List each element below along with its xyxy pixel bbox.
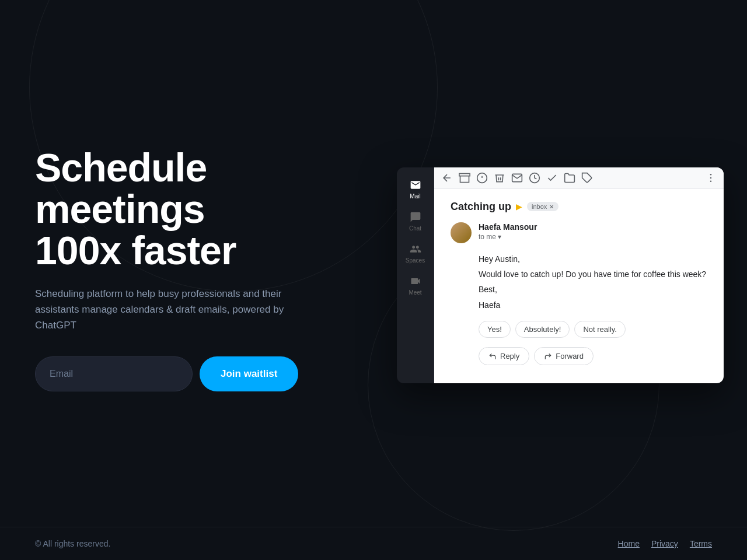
toolbar-mail-icon[interactable] bbox=[511, 172, 523, 184]
email-content: Catching up ▶ inbox ✕ Haefa Mansour bbox=[434, 189, 724, 383]
page-wrapper: Schedule meetings 100x faster Scheduling… bbox=[0, 0, 747, 560]
sidebar-item-mail[interactable]: Mail bbox=[397, 174, 434, 204]
sender-info: Haefa Mansour to me ▾ bbox=[479, 222, 707, 241]
svg-point-7 bbox=[710, 177, 712, 178]
sidebar-meet-label: Meet bbox=[409, 289, 421, 296]
app-sidebar: Mail Chat Spaces bbox=[397, 167, 434, 383]
app-toolbar bbox=[434, 167, 724, 189]
toolbar-delete-icon[interactable] bbox=[494, 172, 505, 184]
hero-subtitle: Scheduling platform to help busy profess… bbox=[35, 286, 303, 334]
join-waitlist-button[interactable]: Join waitlist bbox=[200, 356, 298, 391]
toolbar-back-icon[interactable] bbox=[441, 172, 453, 184]
email-sign-best: Best, bbox=[479, 283, 707, 296]
toolbar-spam-icon[interactable] bbox=[476, 172, 488, 184]
quick-reply-not-really[interactable]: Not really. bbox=[574, 321, 626, 338]
email-input[interactable] bbox=[35, 356, 193, 391]
toolbar-check-icon[interactable] bbox=[546, 172, 558, 184]
footer-copyright: © All rights reserved. bbox=[35, 539, 110, 548]
forward-button[interactable]: Forward bbox=[534, 347, 594, 365]
sidebar-item-chat[interactable]: Chat bbox=[397, 206, 434, 236]
email-greeting: Hey Austin, bbox=[479, 253, 707, 265]
quick-reply-absolutely[interactable]: Absolutely! bbox=[515, 321, 570, 338]
cta-row: Join waitlist bbox=[35, 356, 362, 391]
svg-rect-0 bbox=[459, 173, 470, 176]
sidebar-spaces-label: Spaces bbox=[406, 257, 425, 264]
sender-name: Haefa Mansour bbox=[479, 222, 707, 232]
hero-title: Schedule meetings 100x faster bbox=[35, 147, 362, 272]
footer: © All rights reserved. Home Privacy Term… bbox=[0, 527, 747, 560]
reply-icon bbox=[488, 352, 497, 360]
sidebar-item-meet[interactable]: Meet bbox=[397, 271, 434, 300]
quick-reply-row: Yes! Absolutely! Not really. bbox=[451, 321, 707, 338]
hero-right: Mail Chat Spaces bbox=[397, 144, 724, 383]
email-sign-name: Haefa bbox=[479, 299, 707, 312]
sidebar-mail-label: Mail bbox=[410, 193, 420, 200]
quick-reply-yes[interactable]: Yes! bbox=[479, 321, 511, 338]
inbox-badge[interactable]: inbox ✕ bbox=[527, 202, 558, 211]
footer-link-terms[interactable]: Terms bbox=[690, 539, 712, 548]
svg-point-8 bbox=[710, 180, 712, 182]
sender-row: Haefa Mansour to me ▾ bbox=[451, 222, 707, 243]
email-arrow-icon: ▶ bbox=[516, 202, 522, 211]
hero-section: Schedule meetings 100x faster Scheduling… bbox=[0, 0, 747, 527]
app-main-area: Catching up ▶ inbox ✕ Haefa Mansour bbox=[434, 167, 724, 383]
email-subject-row: Catching up ▶ inbox ✕ bbox=[451, 201, 707, 213]
footer-link-home[interactable]: Home bbox=[618, 539, 640, 548]
hero-left: Schedule meetings 100x faster Scheduling… bbox=[35, 135, 362, 392]
toolbar-tag-icon[interactable] bbox=[581, 172, 593, 184]
sender-avatar bbox=[451, 222, 472, 243]
action-btns-row: Reply Forward bbox=[451, 347, 707, 365]
toolbar-archive-icon[interactable] bbox=[459, 172, 470, 184]
sender-to: to me ▾ bbox=[479, 233, 707, 241]
inbox-badge-close[interactable]: ✕ bbox=[549, 204, 554, 210]
sidebar-chat-label: Chat bbox=[409, 225, 421, 232]
footer-links: Home Privacy Terms bbox=[618, 539, 712, 548]
email-subject: Catching up bbox=[451, 201, 511, 213]
email-body-line1: Would love to catch up! Do you have time… bbox=[479, 268, 707, 281]
forward-icon bbox=[544, 352, 552, 360]
sidebar-item-spaces[interactable]: Spaces bbox=[397, 239, 434, 268]
toolbar-snooze-icon[interactable] bbox=[529, 172, 540, 184]
toolbar-folder-icon[interactable] bbox=[564, 172, 575, 184]
email-body: Hey Austin, Would love to catch up! Do y… bbox=[451, 253, 707, 312]
app-mockup: Mail Chat Spaces bbox=[397, 167, 724, 383]
footer-link-privacy[interactable]: Privacy bbox=[651, 539, 678, 548]
toolbar-more-icon[interactable] bbox=[705, 172, 717, 184]
svg-point-6 bbox=[710, 173, 712, 175]
reply-button[interactable]: Reply bbox=[479, 347, 529, 365]
